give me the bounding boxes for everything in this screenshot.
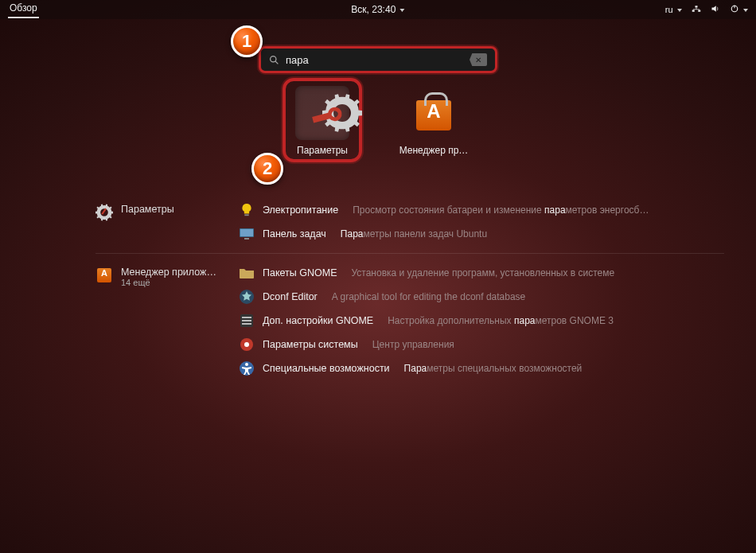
item-description: A graphical tool for editing the dconf d… <box>332 291 526 302</box>
sysgear-icon <box>239 337 255 352</box>
item-name: Специальные возможности <box>263 363 390 374</box>
clock-text: Вск, 23:40 <box>351 4 396 15</box>
item-name: Dconf Editor <box>263 291 318 302</box>
clock-label[interactable]: Вск, 23:40 <box>351 4 404 15</box>
svg-rect-10 <box>244 238 249 240</box>
annotation-marker-1: 1 <box>231 25 263 57</box>
item-description: Параметры специальных возможностей <box>404 363 583 374</box>
annotation-marker-2: 2 <box>251 153 283 185</box>
result-item-dconf[interactable]: Dconf Editor A graphical tool for editin… <box>239 289 724 305</box>
svg-point-17 <box>244 342 249 347</box>
category-subtitle: 14 ещё <box>121 278 216 287</box>
item-name: Параметры системы <box>263 339 358 350</box>
item-name: Доп. настройки GNOME <box>263 315 373 326</box>
activities-button[interactable]: Обзор <box>8 1 39 18</box>
search-detail-results: Параметры Электропитание Просмотр состоя… <box>95 197 724 387</box>
shopping-bag-icon <box>95 267 113 284</box>
result-item-accessibility[interactable]: Специальные возможности Параметры специа… <box>239 360 724 376</box>
monitor-icon <box>239 226 255 242</box>
folder-icon <box>239 265 255 281</box>
result-item-tweaks[interactable]: Доп. настройки GNOME Настройка дополните… <box>239 313 724 329</box>
access-icon <box>239 360 255 376</box>
bulb-icon <box>239 202 255 218</box>
svg-rect-0 <box>692 10 694 11</box>
language-text: ru <box>665 5 673 14</box>
svg-rect-9 <box>240 229 253 236</box>
item-description: Установка и удаление программ, установле… <box>352 267 615 278</box>
svg-rect-13 <box>242 317 251 318</box>
result-item-taskbar[interactable]: Панель задач Параметры панели задач Ubun… <box>239 226 724 242</box>
network-icon[interactable] <box>692 4 701 16</box>
search-input[interactable] <box>286 54 463 66</box>
search-field[interactable]: ✕ <box>259 46 497 73</box>
result-category-settings: Параметры Электропитание Просмотр состоя… <box>95 197 724 253</box>
item-description: Просмотр состояния батареи и изменение п… <box>353 204 649 216</box>
category-header[interactable]: Параметры <box>95 202 239 242</box>
power-icon[interactable] <box>730 4 748 16</box>
chevron-down-icon <box>400 9 405 12</box>
chevron-down-icon <box>743 9 748 12</box>
item-name: Пакеты GNOME <box>263 267 337 278</box>
gear-wrench-icon <box>302 93 342 133</box>
keyboard-layout-indicator[interactable]: ru <box>665 5 682 14</box>
item-description: Параметры панели задач Ubuntu <box>341 228 487 240</box>
category-title: Менеджер прилож… <box>121 267 216 278</box>
item-name: Электропитание <box>263 204 338 216</box>
app-result-settings[interactable]: Параметры <box>283 78 362 162</box>
gear-wrench-icon <box>95 204 113 221</box>
svg-rect-15 <box>242 323 251 325</box>
app-label: Параметры <box>287 145 357 156</box>
svg-rect-2 <box>695 6 697 7</box>
svg-line-6 <box>275 61 278 64</box>
clear-search-button[interactable]: ✕ <box>470 53 487 66</box>
result-item-power[interactable]: Электропитание Просмотр состояния батаре… <box>239 202 724 218</box>
top-bar: Обзор Вск, 23:40 ru <box>0 0 756 19</box>
dconf-icon <box>239 289 255 305</box>
app-search-results: Параметры A Менеджер пр… <box>283 86 473 162</box>
shopping-bag-icon: A <box>413 92 454 134</box>
search-icon <box>269 55 279 65</box>
chevron-down-icon <box>677 9 682 12</box>
item-name: Панель задач <box>263 228 326 240</box>
category-header[interactable]: Менеджер прилож… 14 ещё <box>95 265 239 376</box>
result-item-system-settings[interactable]: Параметры системы Центр управления <box>239 337 724 352</box>
item-description: Центр управления <box>372 339 454 350</box>
svg-rect-1 <box>698 10 700 11</box>
svg-rect-4 <box>734 5 735 8</box>
volume-icon[interactable] <box>711 4 720 16</box>
result-item-gnome-packages[interactable]: Пакеты GNOME Установка и удаление програ… <box>239 265 724 281</box>
tweak-icon <box>239 313 255 329</box>
result-category-software: Менеджер прилож… 14 ещё Пакеты GNOME Уст… <box>95 253 724 387</box>
item-description: Настройка дополнительных параметров GNOM… <box>388 315 614 326</box>
svg-point-5 <box>271 56 276 61</box>
svg-rect-7 <box>244 214 248 216</box>
svg-rect-14 <box>242 320 251 321</box>
category-title: Параметры <box>121 204 174 215</box>
app-result-software[interactable]: A Менеджер пр… <box>394 86 473 156</box>
svg-point-19 <box>245 363 248 366</box>
app-label: Менеджер пр… <box>394 145 473 156</box>
